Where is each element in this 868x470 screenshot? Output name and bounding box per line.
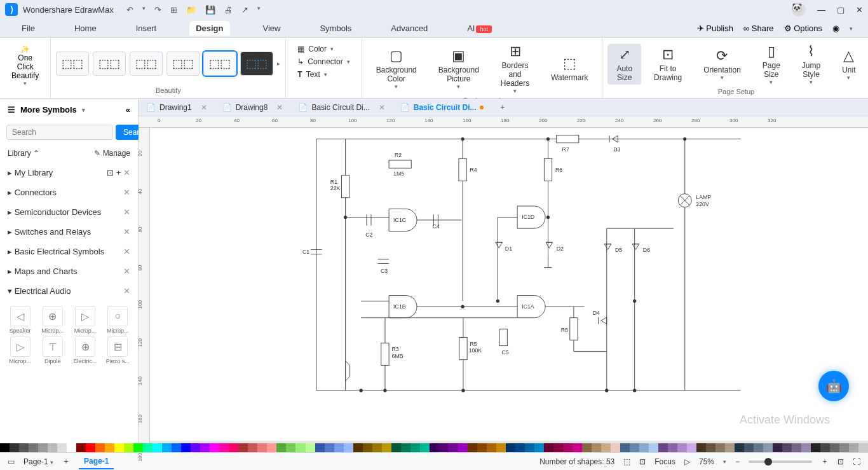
- color-swatch[interactable]: [706, 443, 715, 452]
- lib-connectors[interactable]: ▸ Connectors✕: [0, 183, 138, 202]
- color-swatch[interactable]: [57, 443, 67, 452]
- color-swatch[interactable]: [114, 443, 124, 452]
- menu-advanced[interactable]: Advanced: [384, 21, 434, 36]
- color-swatch[interactable]: [133, 443, 143, 452]
- color-swatch[interactable]: [630, 443, 639, 452]
- color-swatch[interactable]: [76, 443, 86, 452]
- search-input[interactable]: [6, 125, 113, 140]
- color-swatch[interactable]: [515, 443, 525, 452]
- chat-fab[interactable]: 🤖: [818, 371, 849, 401]
- qat-caret[interactable]: ▾: [257, 5, 261, 15]
- borders-button[interactable]: ⊞Borders and Headers▾: [492, 41, 538, 97]
- color-swatch[interactable]: [325, 443, 334, 452]
- color-swatch[interactable]: [658, 443, 668, 452]
- my-library-item[interactable]: ▸ My Library ⊡ + ✕: [0, 163, 138, 183]
- color-swatch[interactable]: [553, 443, 563, 452]
- color-swatch[interactable]: [19, 443, 29, 452]
- color-swatch[interactable]: [105, 443, 114, 452]
- color-swatch[interactable]: [257, 443, 267, 452]
- color-swatch[interactable]: [763, 443, 773, 452]
- library-label[interactable]: Library ⌃: [8, 149, 39, 158]
- close-icon[interactable]: ✕: [123, 168, 130, 177]
- color-swatch[interactable]: [573, 443, 582, 452]
- color-swatch[interactable]: [735, 443, 744, 452]
- fit-page-icon[interactable]: ⊡: [837, 457, 844, 466]
- color-swatch[interactable]: [534, 443, 544, 452]
- minimize-icon[interactable]: —: [817, 5, 825, 15]
- fit-drawing-button[interactable]: ⊡Fit to Drawing: [645, 44, 691, 85]
- style-more-caret[interactable]: ▸: [277, 60, 280, 67]
- color-swatch[interactable]: [86, 443, 95, 452]
- export-icon[interactable]: ↗: [241, 5, 248, 15]
- color-swatch[interactable]: [10, 443, 19, 452]
- options-button[interactable]: ⚙ Options: [784, 24, 822, 33]
- color-swatch[interactable]: [620, 443, 630, 452]
- lib-semiconductor[interactable]: ▸ Semiconductor Devices✕: [0, 202, 138, 222]
- color-swatch[interactable]: [410, 443, 420, 452]
- color-swatch[interactable]: [601, 443, 611, 452]
- menu-caret[interactable]: ▾: [850, 25, 853, 32]
- print-icon[interactable]: 🖨: [224, 5, 233, 15]
- color-swatch[interactable]: [496, 443, 506, 452]
- color-swatch[interactable]: [525, 443, 534, 452]
- color-swatch[interactable]: [334, 443, 344, 452]
- color-swatch[interactable]: [849, 443, 858, 452]
- color-swatch[interactable]: [153, 443, 162, 452]
- color-swatch[interactable]: [715, 443, 725, 452]
- open-icon[interactable]: 📁: [186, 5, 196, 15]
- symbol-mic-4[interactable]: ▷Microp...: [5, 336, 35, 364]
- watermark-button[interactable]: ⬚Watermark: [542, 53, 597, 85]
- style-preset-5[interactable]: ⬚⬚: [203, 52, 236, 76]
- undo-icon[interactable]: ↶: [126, 5, 133, 15]
- color-swatch[interactable]: [391, 443, 401, 452]
- color-swatch[interactable]: [372, 443, 382, 452]
- publish-button[interactable]: ✈ Publish: [697, 24, 733, 33]
- symbol-mic-2[interactable]: ▷Microp...: [71, 306, 100, 334]
- color-swatch[interactable]: [295, 443, 305, 452]
- lib-switches[interactable]: ▸ Switches and Relays✕: [0, 222, 138, 242]
- color-swatch[interactable]: [382, 443, 391, 452]
- drawing-canvas[interactable]: R7 D3 LAMP220V R122K C1 R21M5 IC1C C2: [150, 128, 868, 441]
- auto-size-button[interactable]: ⤢Auto Size: [607, 44, 641, 85]
- color-swatch[interactable]: [544, 443, 553, 452]
- tab-close-icon[interactable]: ✕: [276, 103, 283, 112]
- color-swatch[interactable]: [229, 443, 238, 452]
- bg-color-button[interactable]: ▢Background Color▾: [367, 45, 426, 92]
- color-swatch[interactable]: [162, 443, 172, 452]
- close-icon[interactable]: ✕: [856, 5, 863, 15]
- add-icon[interactable]: +: [116, 168, 121, 177]
- tab-drawing1[interactable]: 📄Drawing1✕: [139, 99, 215, 116]
- color-swatch[interactable]: [200, 443, 210, 452]
- color-swatch[interactable]: [353, 443, 363, 452]
- bg-picture-button[interactable]: ▣Background Picture▾: [430, 45, 488, 92]
- color-swatch[interactable]: [286, 443, 295, 452]
- connector-button[interactable]: ↳Connector▾: [297, 57, 349, 66]
- color-swatch[interactable]: [687, 443, 696, 452]
- share-button[interactable]: ∞ Share: [743, 24, 774, 33]
- menu-symbols[interactable]: Symbols: [313, 21, 358, 36]
- color-swatch[interactable]: [858, 443, 868, 452]
- color-swatch[interactable]: [143, 443, 153, 452]
- color-swatch[interactable]: [172, 443, 181, 452]
- color-swatch[interactable]: [38, 443, 48, 452]
- color-swatch[interactable]: [67, 443, 76, 452]
- color-swatch[interactable]: [219, 443, 229, 452]
- orientation-button[interactable]: ⟳Orientation▾: [695, 45, 750, 83]
- menu-view[interactable]: View: [257, 21, 287, 36]
- pin-icon[interactable]: ⊡: [107, 168, 114, 177]
- color-swatch[interactable]: [468, 443, 477, 452]
- jump-style-button[interactable]: ⌇Jump Style▾: [793, 41, 829, 88]
- color-swatch[interactable]: [582, 443, 592, 452]
- redo-icon[interactable]: ↷: [154, 5, 161, 15]
- color-swatch[interactable]: [754, 443, 763, 452]
- menu-design[interactable]: Design: [189, 21, 229, 36]
- symbol-mic-3[interactable]: ○Microp...: [103, 306, 133, 334]
- unit-button[interactable]: △Unit▾: [833, 45, 864, 83]
- new-icon[interactable]: ⊞: [170, 5, 177, 15]
- style-preset-1[interactable]: ⬚⬚: [56, 52, 89, 76]
- page-view-icon[interactable]: ▭: [8, 457, 15, 466]
- color-swatch[interactable]: [439, 443, 449, 452]
- color-swatch[interactable]: [267, 443, 276, 452]
- color-swatch[interactable]: [401, 443, 410, 452]
- lib-basic-electrical[interactable]: ▸ Basic Electrical Symbols✕: [0, 242, 138, 261]
